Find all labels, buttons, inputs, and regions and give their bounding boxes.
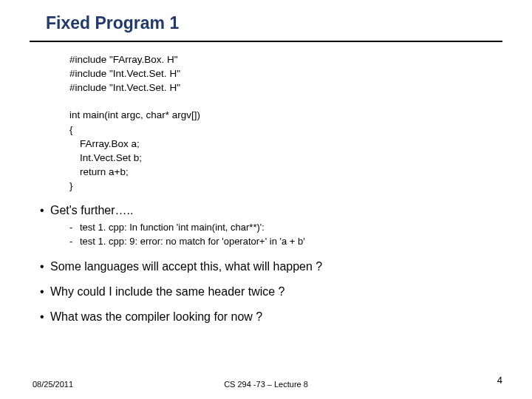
code-line: Int.Vect.Set b; [69, 151, 492, 165]
sub-bullet-item: - test 1. cpp: 9: error: no match for 'o… [69, 235, 492, 249]
code-line: #include "Int.Vect.Set. H" [69, 81, 492, 95]
bullet-text: What was the compiler looking for now ? [50, 310, 262, 324]
bullet-item: • Some languages will accept this, what … [40, 259, 492, 274]
sub-bullet-text: test 1. cpp: 9: error: no match for 'ope… [80, 235, 305, 249]
sub-bullet-item: - test 1. cpp: In function 'int main(int… [69, 221, 492, 235]
code-line: FArray.Box a; [69, 137, 492, 151]
footer-page-number: 4 [497, 375, 502, 386]
sub-bullet-text: test 1. cpp: In function 'int main(int, … [80, 221, 265, 235]
content-area: #include "FArray.Box. H" #include "Int.V… [0, 42, 532, 324]
code-line: #include "FArray.Box. H" [69, 52, 492, 66]
bullet-dot-icon: • [40, 259, 50, 273]
code-line: { [69, 123, 492, 137]
code-line: return a+b; [69, 165, 492, 179]
bullet-text: Get's further….. [50, 203, 133, 218]
code-line: } [69, 179, 492, 193]
bullet-dot-icon: • [40, 203, 50, 217]
dash-icon: - [69, 221, 80, 235]
slide-title: Fixed Program 1 [0, 0, 532, 41]
sub-bullet-list: - test 1. cpp: In function 'int main(int… [40, 221, 492, 249]
bullet-item: • Why could I include the same header tw… [40, 284, 492, 299]
bullet-item: • Get's further….. [40, 203, 492, 218]
dash-icon: - [69, 235, 80, 249]
bullet-dot-icon: • [40, 284, 50, 299]
bullet-text: Some languages will accept this, what wi… [50, 259, 322, 274]
footer-center: CS 294 -73 – Lecture 8 [0, 380, 532, 389]
code-line: int main(int argc, char* argv[]) [69, 108, 492, 122]
bullet-item: • What was the compiler looking for now … [40, 310, 492, 324]
bullet-dot-icon: • [40, 310, 50, 324]
bullet-list: • Get's further….. - test 1. cpp: In fun… [40, 203, 492, 324]
code-block: #include "FArray.Box. H" #include "Int.V… [40, 52, 492, 193]
code-line: #include "Int.Vect.Set. H" [69, 66, 492, 81]
bullet-text: Why could I include the same header twic… [50, 284, 285, 299]
